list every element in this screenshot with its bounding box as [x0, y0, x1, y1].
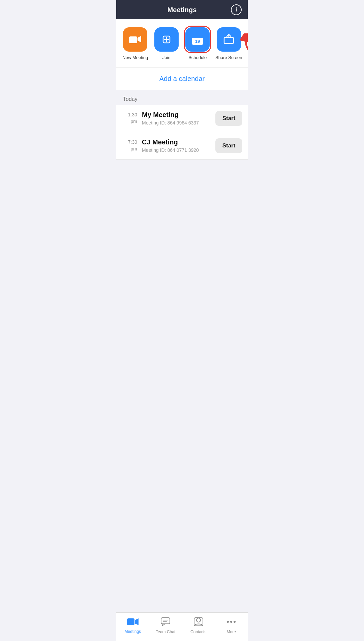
today-label: Today [123, 96, 138, 102]
svg-rect-0 [129, 36, 137, 43]
contacts-nav-label: Contacts [190, 630, 206, 634]
contacts-icon [193, 617, 204, 628]
svg-point-28 [234, 621, 236, 623]
meeting-name-1: My Meeting [142, 111, 211, 119]
meetings-list: 1:30 pm My Meeting Meeting ID: 864 9964 … [116, 105, 248, 160]
meeting-name-2: CJ Meeting [142, 138, 211, 146]
meeting-period-1: pm [122, 118, 137, 125]
meeting-item-2: 7:30 pm CJ Meeting Meeting ID: 864 0771 … [116, 132, 248, 160]
meeting-period-2: pm [122, 146, 137, 152]
share-screen-button[interactable] [217, 27, 241, 52]
header-title: Meetings [168, 6, 197, 14]
join-action[interactable]: Join [153, 27, 180, 60]
start-meeting-2-button[interactable]: Start [215, 138, 242, 153]
svg-rect-19 [127, 618, 134, 625]
nav-item-more[interactable]: More [218, 617, 245, 634]
svg-text:19: 19 [195, 39, 200, 44]
new-meeting-button[interactable] [123, 27, 147, 52]
svg-rect-21 [161, 618, 170, 624]
meetings-nav-label: Meetings [124, 629, 141, 634]
schedule-button[interactable]: 19 19 [185, 27, 210, 52]
meeting-id-2: Meeting ID: 864 0771 3920 [142, 147, 211, 153]
svg-point-24 [196, 618, 201, 622]
svg-marker-20 [135, 618, 139, 625]
meeting-time-1: 1:30 pm [122, 112, 137, 125]
nav-item-meetings[interactable]: Meetings [119, 617, 146, 634]
schedule-action[interactable]: 19 19 Schedule [184, 27, 211, 60]
new-meeting-action[interactable]: New Meeting [122, 27, 149, 60]
join-button[interactable] [154, 27, 179, 52]
share-screen-label: Share Screen [215, 55, 242, 60]
camera-icon [129, 35, 142, 44]
share-screen-action[interactable]: Share Screen [215, 27, 242, 60]
svg-point-26 [227, 621, 229, 623]
nav-item-contacts[interactable]: Contacts [185, 617, 212, 634]
schedule-label: Schedule [188, 55, 207, 60]
main-content: New Meeting Join [116, 19, 248, 641]
more-icon [226, 617, 236, 628]
svg-point-27 [230, 621, 232, 623]
nav-item-team-chat[interactable]: Team Chat [152, 617, 179, 634]
meeting-item: 1:30 pm My Meeting Meeting ID: 864 9964 … [116, 105, 248, 132]
add-calendar-link[interactable]: Add a calendar [159, 75, 205, 82]
new-meeting-label: New Meeting [122, 55, 148, 60]
section-header-today: Today [116, 93, 248, 105]
add-calendar-section: Add a calendar [116, 67, 248, 93]
meeting-id-1: Meeting ID: 864 9964 6337 [142, 120, 211, 126]
info-icon: i [236, 7, 237, 13]
meetings-nav-icon [127, 617, 139, 628]
meeting-time-2: 7:30 pm [122, 139, 137, 152]
header: Meetings i [116, 0, 248, 19]
svg-rect-17 [224, 37, 234, 44]
svg-rect-14 [192, 36, 203, 38]
meeting-hour-2: 7:30 [122, 139, 137, 146]
meeting-info-1: My Meeting Meeting ID: 864 9964 6337 [142, 111, 211, 126]
meeting-info-2: CJ Meeting Meeting ID: 864 0771 3920 [142, 138, 211, 153]
join-label: Join [162, 55, 171, 60]
calendar-icon: 19 19 [191, 33, 204, 46]
info-button[interactable]: i [231, 4, 242, 15]
bottom-nav: Meetings Team Chat Contacts [116, 612, 248, 641]
meeting-hour-1: 1:30 [122, 112, 137, 118]
share-icon [223, 33, 235, 46]
actions-row: New Meeting Join [116, 19, 248, 67]
team-chat-nav-label: Team Chat [156, 630, 175, 634]
svg-marker-1 [138, 36, 141, 43]
chat-icon [160, 617, 171, 628]
plus-icon [160, 33, 173, 46]
more-nav-label: More [227, 630, 236, 634]
start-meeting-1-button[interactable]: Start [215, 111, 242, 126]
